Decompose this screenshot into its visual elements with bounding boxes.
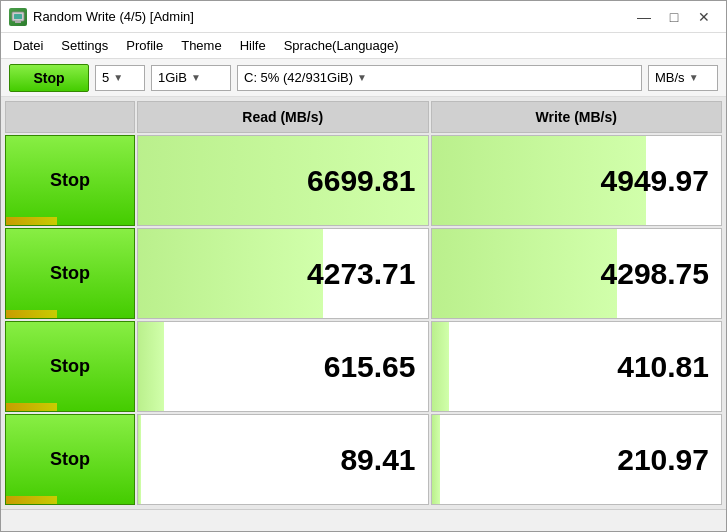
unit-value: MB/s: [655, 70, 685, 85]
drive-dropdown[interactable]: C: 5% (42/931GiB) ▼: [237, 65, 642, 91]
table-row: Stop 615.65 410.81: [5, 321, 722, 412]
read-value-row2: 4273.71: [137, 228, 429, 319]
write-value-row3: 410.81: [431, 321, 723, 412]
app-icon: [9, 8, 27, 26]
unit-dropdown[interactable]: MB/s ▼: [648, 65, 718, 91]
menu-bar: Datei Settings Profile Theme Hilfe Sprac…: [1, 33, 726, 59]
write-value-row2: 4298.75: [431, 228, 723, 319]
read-value-row3: 615.65: [137, 321, 429, 412]
close-button[interactable]: ✕: [690, 6, 718, 28]
window-controls: — □ ✕: [630, 6, 718, 28]
write-value-row1: 4949.97: [431, 135, 723, 226]
queue-value: 5: [102, 70, 109, 85]
minimize-button[interactable]: —: [630, 6, 658, 28]
read-value-row4: 89.41: [137, 414, 429, 505]
write-value-row4: 210.97: [431, 414, 723, 505]
title-bar: Random Write (4/5) [Admin] — □ ✕: [1, 1, 726, 33]
header-col1: [5, 101, 135, 133]
table-row: Stop 89.41 210.97: [5, 414, 722, 505]
header-col2: Read (MB/s): [137, 101, 429, 133]
toolbar: Stop 5 ▼ 1GiB ▼ C: 5% (42/931GiB) ▼ MB/s…: [1, 59, 726, 97]
maximize-button[interactable]: □: [660, 6, 688, 28]
menu-datei[interactable]: Datei: [5, 36, 51, 55]
drive-value: C: 5% (42/931GiB): [244, 70, 353, 85]
svg-rect-2: [15, 21, 21, 23]
stop-button-row3[interactable]: Stop: [5, 321, 135, 412]
read-value-row1: 6699.81: [137, 135, 429, 226]
table-row: Stop 6699.81 4949.97: [5, 135, 722, 226]
header-col3: Write (MB/s): [431, 101, 723, 133]
main-window: Random Write (4/5) [Admin] — □ ✕ Datei S…: [0, 0, 727, 532]
stop-button-row4[interactable]: Stop: [5, 414, 135, 505]
table-header: Read (MB/s) Write (MB/s): [5, 101, 722, 133]
window-title: Random Write (4/5) [Admin]: [33, 9, 630, 24]
stop-button-row2[interactable]: Stop: [5, 228, 135, 319]
menu-hilfe[interactable]: Hilfe: [232, 36, 274, 55]
menu-language[interactable]: Sprache(Language): [276, 36, 407, 55]
size-dropdown-arrow: ▼: [191, 72, 201, 83]
menu-profile[interactable]: Profile: [118, 36, 171, 55]
stop-button-row1[interactable]: Stop: [5, 135, 135, 226]
unit-dropdown-arrow: ▼: [689, 72, 699, 83]
queue-dropdown-arrow: ▼: [113, 72, 123, 83]
size-value: 1GiB: [158, 70, 187, 85]
status-bar: [1, 509, 726, 531]
main-stop-button[interactable]: Stop: [9, 64, 89, 92]
main-content: Read (MB/s) Write (MB/s) Stop 6699.81 49…: [1, 97, 726, 509]
table-row: Stop 4273.71 4298.75: [5, 228, 722, 319]
size-dropdown[interactable]: 1GiB ▼: [151, 65, 231, 91]
menu-settings[interactable]: Settings: [53, 36, 116, 55]
menu-theme[interactable]: Theme: [173, 36, 229, 55]
svg-rect-1: [14, 14, 22, 19]
drive-dropdown-arrow: ▼: [357, 72, 367, 83]
queue-dropdown[interactable]: 5 ▼: [95, 65, 145, 91]
